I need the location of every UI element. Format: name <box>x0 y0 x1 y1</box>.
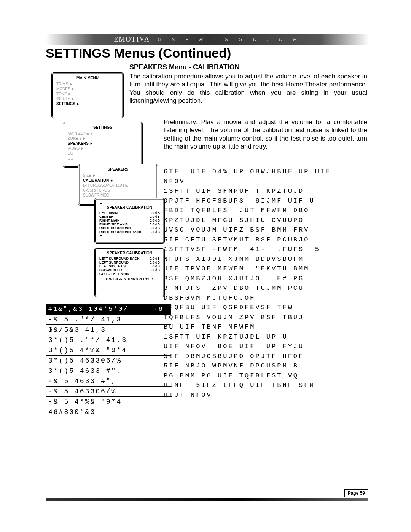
page-title: SETTINGS Menus (Continued) <box>46 46 231 61</box>
page-number: Page 59 <box>344 489 368 497</box>
body-paragraph-2: Preliminary: Play a movie and adjust the… <box>164 118 367 150</box>
osd-title: SPEAKER CALIBRATION <box>99 205 160 209</box>
osd-row: SUBWOOFER0.0 dB <box>99 268 160 272</box>
osd-item: VIDEO ► <box>68 146 138 151</box>
speaker-position-table: 41&",&3 104*5*0/ -8 -&'5 ."*/ 41,3$&/5&3… <box>46 304 171 417</box>
body-paragraph-1: The calibration procedure allows you to … <box>129 72 367 105</box>
osd-main-menu: MAIN MENU TRIMS ►MODES ►TONE ►INPUTS ►SE… <box>51 72 124 118</box>
osd-footer: ON-THE-FLY TRIMS ZEROED <box>99 277 160 281</box>
osd-title: SPEAKERS <box>83 167 153 171</box>
osd-calibration-2: SPEAKER CALIBRATION LEFT SURROUND BACK0.… <box>94 248 165 297</box>
osd-item: ZONE 2 ► <box>68 136 138 141</box>
osd-item: CO <box>68 156 138 161</box>
osd-row: RIGHT SURROUND0.0 dB <box>99 226 160 230</box>
osd-title: SETTINGS <box>68 125 138 129</box>
table-row: 3*()5 ."*/ 41,3 <box>46 335 171 345</box>
osd-row: LEFT SURROUND BACK0.0 dB <box>99 257 160 260</box>
osd-item: SO <box>68 151 138 156</box>
brand-logo: EMOTIVA <box>114 35 150 43</box>
table-row: -&'5 4*%& "9*4 <box>46 397 171 407</box>
table-header-1: 41&",&3 104*5*0/ <box>46 304 151 315</box>
osd-item: C-SURR CROS <box>83 188 153 193</box>
osd-item: L-R CROSSOVER 110 HZ <box>83 183 153 188</box>
table-row: -&'5 4633 #", <box>46 376 171 387</box>
body-paragraph-3: 6TF UIF 04% UP OBWJHBUF UP UIF NFOV 1SFT… <box>164 167 373 400</box>
table-row: -&'5 ."*/ 41,3 <box>46 315 171 325</box>
header-tagline: U S E R ' S G U I D E <box>158 37 301 42</box>
osd-calibration-1: ◄ SPEAKER CALIBRATION LEFT MAIN0.0 dBCEN… <box>94 198 165 244</box>
section-heading: SPEAKERS Menu - CALIBRATION <box>129 63 240 71</box>
osd-title: MAIN MENU <box>56 76 119 80</box>
footer-rule <box>46 498 368 501</box>
table-row: $&/5&3 41,3 <box>46 325 171 335</box>
table-row: 3*()5 4633 #", <box>46 366 171 376</box>
osd-row: RIGHT SURROUND BACK0.0 dB <box>99 230 160 234</box>
osd-item: CALIBRATION ► <box>83 178 153 183</box>
osd-row: RIGHT MAIN0.0 dB <box>99 219 160 222</box>
page: { "header": { "logo_text": "EMOTIVA", "t… <box>0 0 411 532</box>
osd-item: TONE ► <box>56 91 119 96</box>
table-header-2: -8 <box>151 304 171 315</box>
osd-item: SETTINGS ► <box>56 101 119 106</box>
osd-row: LEFT MAIN0.0 dB <box>99 211 160 215</box>
osd-row: LEFT SIDE AXIS0.0 dB <box>99 264 160 268</box>
osd-item: SUBWFR MOD <box>83 193 153 198</box>
osd-row: RIGHT SIDE AXIS0.0 dB <box>99 222 160 226</box>
osd-row: GO TO LEFT MAIN <box>99 272 160 276</box>
osd-settings-menu: SETTINGS MAIN ZONE ►ZONE 2 ►SPEAKERS ►VI… <box>63 122 143 168</box>
table-row: -&'5 463306/% <box>46 387 171 397</box>
osd-title: SPEAKER CALIBRATION <box>99 251 160 255</box>
table-row: 46#800'&3 <box>46 407 171 417</box>
osd-item: MODES ► <box>56 86 119 91</box>
osd-item: INPUTS ► <box>56 96 119 101</box>
header-bar: EMOTIVA U S E R ' S G U I D E <box>46 34 369 45</box>
osd-item: MAIN ZONE ► <box>68 131 138 136</box>
osd-row: LEFT SURROUND0.0 dB <box>99 260 160 264</box>
osd-item: SPEAKERS ► <box>68 141 138 146</box>
table-row: 3*()5 463306/% <box>46 356 171 366</box>
osd-item: TRIMS ► <box>56 81 119 86</box>
osd-item: SIZE ► <box>83 173 153 178</box>
table-row: 3*()5 4*%& "9*4 <box>46 345 171 356</box>
osd-row: CENTER0.0 dB <box>99 215 160 219</box>
